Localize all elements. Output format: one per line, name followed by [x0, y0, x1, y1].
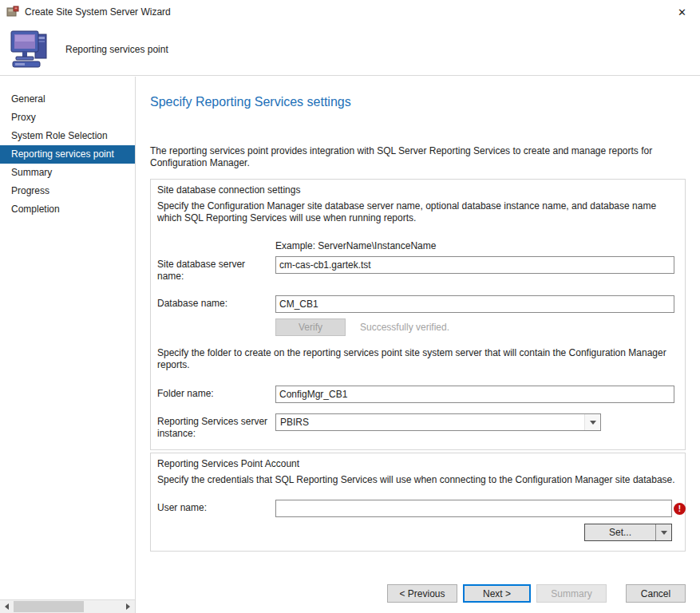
example-text: Example: ServerName\InstanceName	[275, 239, 436, 251]
page-title: Specify Reporting Services settings	[150, 95, 686, 109]
error-icon: !	[674, 503, 686, 515]
sidebar-item-summary[interactable]: Summary	[0, 164, 135, 182]
server-name-label: Site database server name:	[157, 256, 275, 283]
summary-button[interactable]: Summary	[536, 584, 607, 603]
sidebar-item-system-role-selection[interactable]: System Role Selection	[0, 127, 135, 145]
app-icon	[6, 6, 19, 18]
sidebar-item-completion[interactable]: Completion	[0, 200, 135, 219]
sidebar-item-general[interactable]: General	[0, 90, 135, 109]
database-name-input[interactable]	[275, 295, 674, 313]
set-button-label: Set...	[585, 524, 655, 540]
scroll-left-arrow-icon[interactable]	[0, 600, 14, 613]
wizard-window: Create Site System Server Wizard ✕ Repor…	[0, 0, 700, 613]
wizard-steps-sidebar: General Proxy System Role Selection Repo…	[0, 77, 136, 613]
chevron-down-icon[interactable]	[584, 414, 600, 430]
close-button[interactable]: ✕	[664, 0, 700, 24]
window-title: Create Site System Server Wizard	[25, 6, 171, 18]
wizard-page-name: Reporting services point	[65, 44, 168, 55]
sidebar-item-proxy[interactable]: Proxy	[0, 109, 135, 127]
account-group-description: Specify the credentials that SQL Reporti…	[157, 474, 675, 486]
reporting-services-point-icon	[8, 30, 53, 69]
next-button[interactable]: Next >	[463, 584, 531, 603]
sidebar-item-reporting-services-point[interactable]: Reporting services point	[0, 145, 135, 164]
folder-description: Specify the folder to create on the repo…	[157, 347, 675, 371]
spacer-label	[157, 239, 275, 241]
cancel-button[interactable]: Cancel	[626, 584, 686, 603]
scroll-right-arrow-icon[interactable]	[121, 600, 135, 613]
group-title-db: Site database connection settings	[157, 184, 675, 196]
folder-name-label: Folder name:	[157, 386, 275, 400]
reporting-services-account-group: Reporting Services Point Account Specify…	[150, 453, 686, 552]
folder-name-input[interactable]	[275, 386, 674, 403]
site-database-server-input[interactable]	[275, 256, 674, 274]
wizard-header: Reporting services point	[0, 24, 700, 76]
titlebar: Create Site System Server Wizard ✕	[0, 0, 700, 24]
reporting-services-instance-dropdown[interactable]: PBIRS	[275, 413, 601, 431]
user-name-input[interactable]	[275, 500, 672, 517]
set-account-button[interactable]: Set...	[584, 524, 672, 541]
wizard-footer: < Previous Next > Summary Cancel	[382, 584, 686, 603]
verify-status-text: Successfully verified.	[360, 318, 449, 333]
database-name-label: Database name:	[157, 295, 275, 310]
reporting-instance-label: Reporting Services server instance:	[157, 413, 275, 440]
spacer-label	[157, 318, 275, 321]
spacer-label	[157, 524, 275, 526]
previous-button[interactable]: < Previous	[387, 584, 457, 603]
db-group-description: Specify the Configuration Manager site d…	[157, 200, 675, 224]
site-database-connection-group: Site database connection settings Specif…	[150, 179, 686, 450]
scrollbar-track[interactable]	[84, 600, 121, 613]
dropdown-selected-value: PBIRS	[280, 417, 309, 428]
scrollbar-thumb[interactable]	[14, 601, 84, 612]
intro-text: The reporting services point provides in…	[150, 145, 677, 169]
sidebar-horizontal-scrollbar[interactable]	[0, 599, 135, 613]
chevron-down-icon[interactable]	[655, 524, 671, 540]
wizard-content: Specify Reporting Services settings The …	[136, 77, 700, 613]
verify-button[interactable]: Verify	[275, 318, 346, 336]
sidebar-item-progress[interactable]: Progress	[0, 182, 135, 200]
group-title-account: Reporting Services Point Account	[157, 458, 675, 469]
user-name-label: User name:	[157, 500, 275, 514]
wizard-body: General Proxy System Role Selection Repo…	[0, 77, 700, 613]
